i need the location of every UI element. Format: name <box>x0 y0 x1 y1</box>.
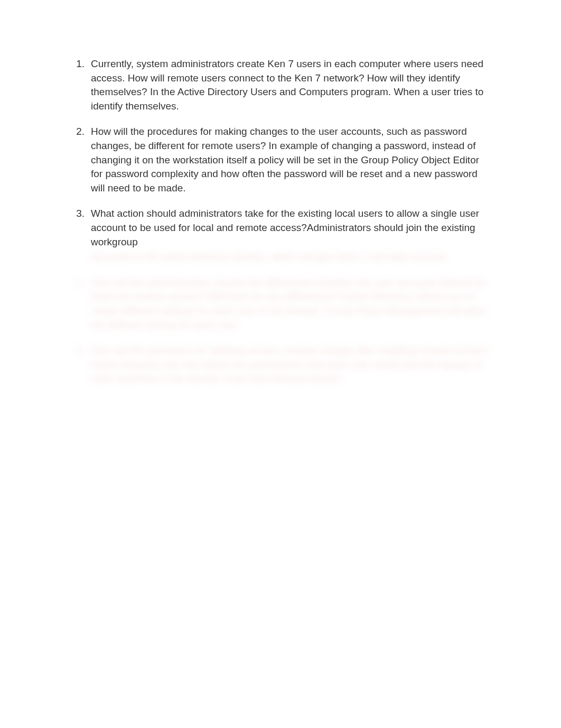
blurred-content: accounts to the active directory domain,… <box>91 250 492 264</box>
list-item: 1. Currently, system administrators crea… <box>69 57 492 113</box>
item-number: 1. <box>69 57 85 71</box>
item-number: 4. <box>69 276 85 290</box>
item-text: Currently, system administrators create … <box>91 58 483 112</box>
item-number: 3. <box>69 207 85 221</box>
blurred-content: How will the procedure for defining acce… <box>91 345 490 384</box>
item-text: How will the procedures for making chang… <box>91 126 479 193</box>
numbered-list: 1. Currently, system administrators crea… <box>69 57 492 386</box>
list-item: 3. What action should administrators tak… <box>69 207 492 264</box>
list-item: 2. How will the procedures for making ch… <box>69 125 492 195</box>
blurred-content: How will the administrators resolve the … <box>91 277 487 330</box>
list-item: 4. How will the administrators resolve t… <box>69 276 492 332</box>
document-page: 1. Currently, system administrators crea… <box>0 0 561 455</box>
item-text: What action should administrators take f… <box>91 208 479 247</box>
item-number: 2. <box>69 125 85 139</box>
list-item: 5. How will the procedure for defining a… <box>69 344 492 386</box>
item-number: 5. <box>69 344 85 358</box>
